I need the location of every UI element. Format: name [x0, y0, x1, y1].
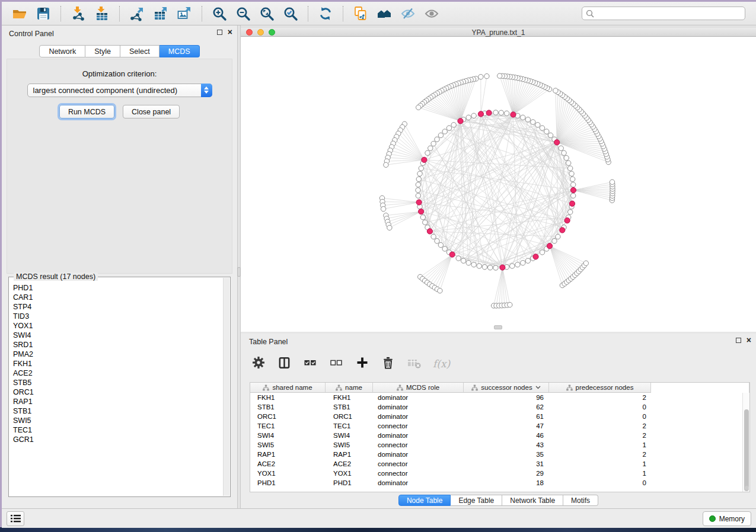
table-row[interactable]: SWI5SWI5connector431	[250, 440, 749, 450]
column-header-predecessor-nodes[interactable]: predecessor nodes	[549, 383, 651, 393]
search-input[interactable]	[596, 9, 741, 18]
search-icon	[586, 9, 594, 18]
mcds-node	[458, 118, 463, 124]
table-row[interactable]: RAP1RAP1dominator352	[250, 450, 749, 459]
criterion-select[interactable]: largest connected component (undirected)	[27, 84, 212, 97]
list-item[interactable]: ACE2	[13, 368, 222, 378]
table-row[interactable]: YOX1YOX1connector291	[250, 469, 749, 478]
table-cell: 29	[464, 470, 549, 477]
table-row[interactable]: SWI4SWI4dominator462	[250, 431, 749, 440]
zoom-out-icon[interactable]	[231, 4, 255, 24]
control-panel-tabs: NetworkStyleSelectMCDS	[2, 45, 237, 57]
export-image-icon[interactable]	[173, 4, 196, 24]
tab-motifs[interactable]: Motifs	[563, 495, 598, 506]
list-item[interactable]: FKH1	[13, 359, 222, 368]
first-neighbors-icon[interactable]	[372, 4, 396, 24]
desktop-wallpaper	[0, 527, 756, 532]
list-item[interactable]: STP4	[13, 302, 222, 312]
column-header-MCDS-role[interactable]: MCDS role	[373, 383, 464, 393]
list-item[interactable]: GCR1	[13, 435, 222, 444]
table-row[interactable]: ACE2ACE2connector311	[250, 459, 749, 469]
list-item[interactable]: ORC1	[13, 387, 222, 397]
column-header-successor-nodes[interactable]: successor nodes	[464, 383, 549, 393]
import-network-icon[interactable]	[66, 4, 90, 24]
column-header-name[interactable]: name	[326, 383, 373, 393]
scrollbar-thumb[interactable]	[744, 409, 749, 491]
list-item[interactable]: SWI4	[13, 331, 222, 340]
tab-mcds[interactable]: MCDS	[160, 45, 200, 57]
deselect-all-icon[interactable]	[329, 355, 343, 372]
list-item[interactable]: PMA2	[13, 350, 222, 359]
list-item[interactable]: CAR1	[13, 293, 222, 302]
network-view[interactable]	[241, 37, 756, 332]
tab-select[interactable]: Select	[120, 45, 160, 57]
table-row[interactable]: STB1STB1dominator620	[250, 402, 749, 412]
show-columns-icon[interactable]	[277, 356, 291, 372]
table-cell: 47	[464, 422, 549, 430]
list-item[interactable]: TEC1	[13, 425, 222, 435]
table-row[interactable]: FKH1FKH1dominator962	[250, 393, 749, 402]
table-cell: ACE2	[326, 460, 373, 467]
float-panel-icon[interactable]	[736, 338, 741, 343]
delete-table-icon	[407, 355, 421, 372]
search-box[interactable]	[582, 7, 745, 20]
table-row[interactable]: PHD1PHD1dominator180	[250, 478, 749, 488]
run-mcds-button[interactable]: Run MCDS	[59, 105, 114, 118]
table-cell: PHD1	[326, 479, 373, 486]
table-cell: 35	[464, 451, 549, 458]
table-scrollbar[interactable]	[742, 393, 749, 492]
tab-node-table[interactable]: Node Table	[398, 495, 451, 506]
close-panel-icon[interactable]: ×	[228, 29, 232, 35]
memory-button[interactable]: Memory	[703, 511, 751, 526]
refresh-icon[interactable]	[314, 4, 337, 24]
mcds-node	[569, 201, 575, 206]
table-row[interactable]: TEC1TEC1connector472	[250, 421, 749, 431]
list-item[interactable]: SWI5	[13, 416, 222, 425]
column-header-shared-name[interactable]: shared name	[250, 383, 326, 393]
mcds-node	[449, 252, 455, 257]
memory-label: Memory	[719, 515, 745, 523]
mcds-list-scrollbar[interactable]	[223, 278, 229, 496]
table-cell: RAP1	[326, 451, 373, 458]
mcds-node	[422, 157, 427, 162]
right-pane: YPA_prune.txt_1 Table Panel × f(x)	[241, 25, 756, 508]
horizontal-splitter-grip[interactable]	[494, 325, 502, 329]
duplicate-network-icon[interactable]	[349, 4, 372, 24]
list-item[interactable]: SRD1	[13, 340, 222, 350]
delete-column-icon[interactable]	[381, 356, 395, 372]
table-cell: YOX1	[250, 470, 326, 477]
list-item[interactable]: STB5	[13, 378, 222, 387]
float-panel-icon[interactable]	[217, 30, 222, 35]
add-column-icon[interactable]	[355, 355, 369, 372]
open-file-icon[interactable]	[8, 4, 31, 24]
save-icon[interactable]	[31, 4, 55, 24]
network-canvas[interactable]	[241, 37, 756, 332]
import-table-icon[interactable]	[90, 4, 114, 24]
list-item[interactable]: TID3	[13, 312, 222, 321]
export-network-icon[interactable]	[125, 4, 149, 24]
table-cell: SWI5	[250, 441, 326, 448]
tab-network[interactable]: Network	[39, 45, 85, 57]
list-item[interactable]: YOX1	[13, 321, 222, 331]
zoom-in-icon[interactable]	[208, 4, 231, 24]
export-table-icon[interactable]	[149, 4, 173, 24]
zoom-fit-icon[interactable]	[255, 4, 279, 24]
tab-style[interactable]: Style	[85, 45, 120, 57]
gear-icon[interactable]	[251, 355, 266, 372]
list-item[interactable]: STB1	[13, 406, 222, 416]
list-item[interactable]: PHD1	[13, 283, 222, 293]
hide-selected-icon[interactable]	[396, 4, 420, 24]
header-filler	[651, 383, 749, 393]
close-panel-icon[interactable]: ×	[747, 337, 751, 343]
table-row[interactable]: ORC1ORC1dominator610	[250, 412, 749, 421]
memory-status-icon	[709, 515, 716, 522]
tab-network-table[interactable]: Network Table	[502, 495, 563, 506]
list-item[interactable]: RAP1	[13, 397, 222, 406]
table-panel: Table Panel × f(x) shared namenameMCDS r…	[241, 334, 756, 508]
tab-edge-table[interactable]: Edge Table	[451, 495, 502, 506]
select-all-icon[interactable]	[303, 355, 317, 372]
toolbar-separator	[308, 6, 308, 21]
close-panel-button[interactable]: Close panel	[123, 105, 180, 118]
task-history-button[interactable]	[7, 511, 24, 526]
zoom-selected-icon[interactable]	[279, 4, 302, 24]
